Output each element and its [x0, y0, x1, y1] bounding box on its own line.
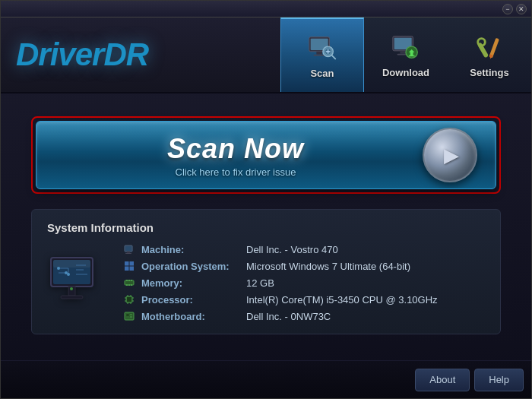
close-button[interactable]: ✕: [516, 4, 527, 14]
machine-icon: [123, 243, 135, 255]
svg-rect-51: [127, 297, 131, 302]
scan-now-button[interactable]: Scan Now Click here to fix driver issue: [36, 121, 496, 189]
table-row: Processor: Intel(R) Core(TM) i5-3450 CPU…: [123, 293, 485, 306]
svg-rect-41: [125, 267, 129, 271]
motherboard-label: Motherboard:: [141, 311, 240, 322]
svg-rect-22: [53, 260, 90, 268]
svg-point-26: [57, 267, 60, 270]
arrow-circle-icon: [423, 128, 477, 182]
processor-icon: [123, 293, 135, 306]
svg-rect-49: [131, 284, 132, 286]
logo-text-main: DriverD: [16, 36, 126, 72]
svg-rect-39: [125, 261, 129, 266]
svg-rect-40: [130, 261, 135, 266]
scan-subtitle: Click here to fix driver issue: [176, 166, 296, 178]
app-logo: DriverDR: [16, 36, 280, 73]
table-row: Operation System: Microsoft Windows 7 Ul…: [123, 260, 485, 272]
tab-settings-label: Settings: [470, 67, 508, 78]
tab-download-label: Download: [382, 67, 429, 78]
svg-rect-42: [130, 267, 135, 271]
motherboard-icon: [123, 310, 135, 322]
scan-arrow-button[interactable]: [412, 125, 488, 185]
processor-label: Processor:: [141, 294, 240, 306]
tab-download[interactable]: Download: [364, 17, 448, 92]
table-row: Machine: Dell Inc. - Vostro 470: [123, 243, 485, 255]
svg-rect-63: [130, 316, 132, 318]
svg-rect-61: [126, 314, 129, 316]
memory-label: Memory:: [141, 277, 240, 289]
svg-rect-11: [400, 50, 406, 53]
scan-icon: [306, 33, 338, 65]
nav-tabs: Scan: [280, 17, 531, 92]
table-row: Motherboard: Dell Inc. - 0NW73C: [123, 310, 485, 322]
os-icon: [123, 260, 135, 272]
logo-text-r: R: [126, 36, 148, 72]
svg-point-34: [70, 287, 73, 290]
download-icon: [390, 32, 422, 64]
scan-now-container: Scan Now Click here to fix driver issue: [31, 116, 501, 194]
svg-rect-38: [125, 253, 131, 254]
system-info-panel: System Information: [31, 209, 501, 334]
svg-rect-48: [128, 284, 130, 286]
motherboard-value: Dell Inc. - 0NW73C: [246, 311, 331, 322]
svg-rect-33: [61, 296, 83, 299]
svg-line-6: [331, 55, 335, 59]
settings-icon: [473, 32, 505, 64]
svg-rect-62: [130, 314, 132, 315]
memory-icon: [123, 277, 135, 289]
svg-rect-2: [316, 51, 322, 54]
os-value: Microsoft Windows 7 Ultimate (64-bit): [246, 261, 410, 272]
os-label: Operation System:: [141, 261, 240, 272]
tab-scan[interactable]: Scan: [280, 17, 364, 92]
svg-rect-37: [127, 252, 130, 253]
system-info-body: Machine: Dell Inc. - Vostro 470 Operatio…: [47, 243, 485, 322]
svg-rect-45: [128, 280, 130, 281]
svg-rect-44: [126, 280, 128, 281]
about-button[interactable]: About: [415, 369, 470, 391]
memory-value: 12 GB: [246, 277, 274, 289]
tab-settings[interactable]: Settings: [448, 17, 531, 92]
system-info-rows: Machine: Dell Inc. - Vostro 470 Operatio…: [123, 243, 485, 322]
svg-point-28: [65, 271, 68, 274]
footer: About Help: [1, 360, 531, 398]
svg-rect-36: [125, 246, 131, 251]
tab-scan-label: Scan: [310, 68, 334, 79]
monitor-icon-container: [47, 243, 108, 322]
svg-rect-46: [131, 280, 132, 281]
help-button[interactable]: Help: [474, 369, 524, 391]
scan-text-area: Scan Now Click here to fix driver issue: [36, 133, 412, 178]
about-label: About: [429, 374, 455, 385]
scan-now-text: Scan Now: [167, 133, 304, 165]
machine-value: Dell Inc. - Vostro 470: [246, 244, 338, 255]
svg-rect-47: [126, 284, 128, 286]
table-row: Memory: 12 GB: [123, 277, 485, 289]
header: DriverDR: [1, 17, 531, 93]
main-content: Scan Now Click here to fix driver issue …: [1, 93, 531, 362]
title-bar: − ✕: [1, 1, 531, 17]
computer-monitor-icon: [49, 256, 106, 309]
machine-label: Machine:: [141, 244, 240, 255]
processor-value: Intel(R) Core(TM) i5-3450 CPU @ 3.10GHz: [246, 294, 438, 306]
main-window: − ✕ DriverDR: [0, 0, 532, 399]
system-info-title: System Information: [47, 221, 485, 234]
help-label: Help: [489, 374, 509, 385]
minimize-button[interactable]: −: [502, 4, 513, 14]
